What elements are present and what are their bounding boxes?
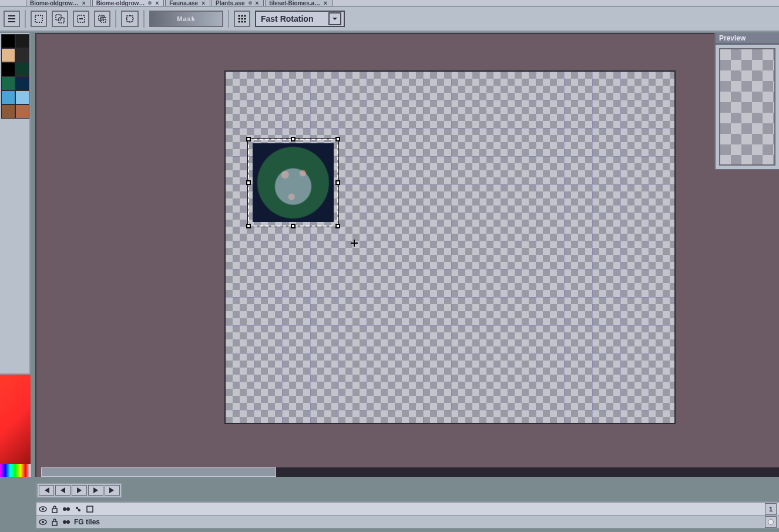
resize-handle-bottom[interactable] xyxy=(291,224,296,228)
skip-first-icon xyxy=(43,487,50,493)
next-frame-button[interactable] xyxy=(88,485,103,496)
selection-replace-button[interactable] xyxy=(31,11,47,27)
swatch[interactable] xyxy=(15,34,29,48)
resize-handle-bottom-left[interactable] xyxy=(246,224,251,228)
last-frame-button[interactable] xyxy=(105,485,120,496)
selection-add-icon xyxy=(55,14,65,23)
resize-handle-bottom-right[interactable] xyxy=(335,224,340,228)
swatch[interactable] xyxy=(1,90,15,105)
resize-handle-top-right[interactable] xyxy=(335,137,340,142)
selection-subtract-button[interactable] xyxy=(73,11,89,27)
canvas-viewport[interactable] xyxy=(35,33,779,477)
svg-rect-8 xyxy=(127,16,133,22)
tab-plants[interactable]: Plants.ase × xyxy=(211,0,264,6)
svg-point-10 xyxy=(241,15,243,17)
tab-tileset-biomes[interactable]: tileset-Biomes.a… × xyxy=(265,0,333,6)
continuous-column-icon[interactable] xyxy=(62,505,70,513)
context-toolbar: Mask Fast Rotation xyxy=(0,6,779,32)
pixel-grid xyxy=(226,72,674,423)
tab-label: Plants.ase xyxy=(216,0,244,6)
layer-header-row: 1 xyxy=(36,503,779,516)
horizontal-scrollbar[interactable] xyxy=(41,467,779,477)
lock-icon[interactable] xyxy=(51,518,59,526)
timeline-panel: 1 FG tiles xyxy=(0,477,779,532)
transform-icon xyxy=(125,14,135,23)
playback-controls xyxy=(36,483,122,498)
swatch[interactable] xyxy=(1,62,15,76)
close-icon[interactable]: × xyxy=(256,0,259,6)
swatch[interactable] xyxy=(15,105,29,119)
dirty-indicator-icon xyxy=(249,1,252,5)
swatch[interactable] xyxy=(15,90,29,105)
close-icon[interactable]: × xyxy=(82,0,86,6)
selection-intersect-button[interactable] xyxy=(94,11,110,27)
layer-list: 1 FG tiles xyxy=(36,501,779,528)
frame-number-header[interactable]: 1 xyxy=(765,503,777,515)
palette-swatches xyxy=(1,34,28,119)
preview-thumbnail[interactable] xyxy=(719,48,775,166)
chevron-down-icon xyxy=(328,12,341,25)
transform-selection[interactable] xyxy=(248,139,338,227)
swatch[interactable] xyxy=(15,62,29,76)
swatch[interactable] xyxy=(1,34,15,48)
swatch[interactable] xyxy=(1,48,15,62)
svg-point-15 xyxy=(239,21,240,23)
tab-fauna[interactable]: Fauna.ase × xyxy=(165,0,210,6)
svg-rect-25 xyxy=(87,506,93,512)
close-icon[interactable]: × xyxy=(202,0,205,6)
visibility-column-icon[interactable] xyxy=(39,505,47,513)
step-forward-icon xyxy=(93,487,99,493)
transform-button[interactable] xyxy=(121,11,139,27)
tab-biome-oldgrowth-1[interactable]: Biome-oldgrow… × xyxy=(26,0,91,6)
preview-panel: Preview xyxy=(714,33,779,170)
selection-add-button[interactable] xyxy=(52,11,68,27)
scrollbar-thumb[interactable] xyxy=(41,467,276,477)
svg-rect-28 xyxy=(52,521,57,526)
selection-subtract-icon xyxy=(76,14,86,23)
divider xyxy=(115,10,116,28)
pivot-button[interactable] xyxy=(234,11,250,27)
tab-label: tileset-Biomes.a… xyxy=(269,0,320,6)
rotation-mode-value: Fast Rotation xyxy=(261,14,313,23)
close-icon[interactable]: × xyxy=(155,0,159,6)
svg-point-13 xyxy=(241,18,243,20)
layer-name: FG tiles xyxy=(74,518,100,526)
layer-row-fg-tiles[interactable]: FG tiles xyxy=(36,516,779,528)
swatch[interactable] xyxy=(1,76,15,90)
resize-handle-right[interactable] xyxy=(335,180,340,185)
selection-content xyxy=(253,143,334,222)
swatch[interactable] xyxy=(1,105,15,119)
lock-column-icon[interactable] xyxy=(51,505,59,513)
tab-label: Biome-oldgrow… xyxy=(96,0,145,6)
pivot-grid-icon xyxy=(237,14,247,23)
mask-toggle-button[interactable]: Mask xyxy=(149,11,223,27)
first-frame-button[interactable] xyxy=(39,485,54,496)
rotation-algorithm-dropdown[interactable]: Fast Rotation xyxy=(255,11,345,27)
link-column-icon[interactable] xyxy=(74,505,82,513)
close-icon[interactable]: × xyxy=(324,0,327,6)
svg-point-30 xyxy=(66,520,70,524)
svg-point-12 xyxy=(239,18,240,20)
mask-label: Mask xyxy=(177,15,196,22)
swatch[interactable] xyxy=(15,48,29,62)
resize-handle-top[interactable] xyxy=(291,137,296,142)
divider xyxy=(25,10,26,28)
eye-icon[interactable] xyxy=(39,518,47,526)
swatch[interactable] xyxy=(15,76,29,90)
sprite-canvas[interactable] xyxy=(226,72,674,423)
continuous-icon[interactable] xyxy=(62,518,70,526)
prev-frame-button[interactable] xyxy=(55,485,70,496)
color-palette-panel xyxy=(0,33,31,477)
cel-frame-1[interactable] xyxy=(765,516,777,528)
svg-point-29 xyxy=(63,520,66,524)
color-picker[interactable] xyxy=(0,373,31,477)
hue-slider[interactable] xyxy=(0,464,31,477)
play-button[interactable] xyxy=(72,485,87,496)
resize-handle-top-left[interactable] xyxy=(246,137,251,142)
tab-biome-oldgrowth-2[interactable]: Biome-oldgrow… × xyxy=(92,0,164,6)
cel-column-icon[interactable] xyxy=(86,505,94,513)
svg-point-16 xyxy=(241,21,243,23)
menu-button[interactable] xyxy=(4,11,20,27)
svg-rect-7 xyxy=(100,17,104,21)
resize-handle-left[interactable] xyxy=(246,180,251,185)
